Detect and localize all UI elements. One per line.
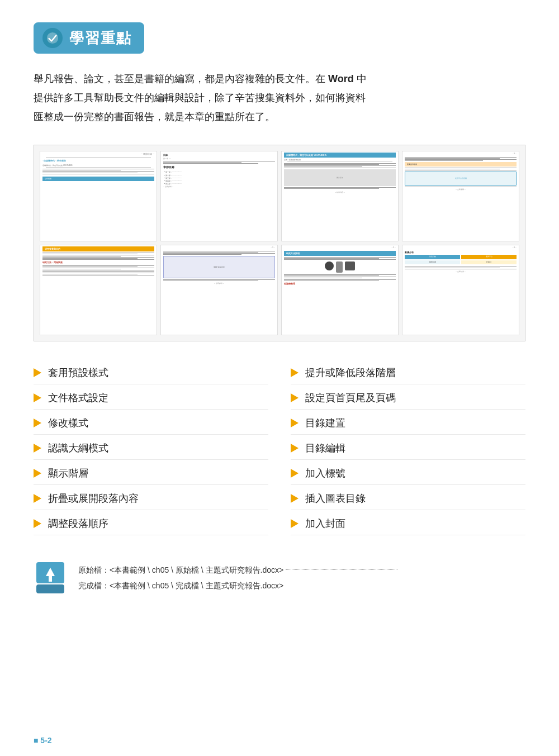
screenshots-grid: ─ 章節目錄 ─ "自媒體時代": 研究報告 這機體時代，我也可以走進 YOUT… [34, 145, 525, 341]
file-origin-ext: .docx> [260, 562, 284, 578]
bullet-label-4: 認識大綱模式 [48, 441, 108, 455]
page-number: ■ 5-2 [34, 736, 52, 745]
badge-title: 學習重點 [69, 28, 132, 48]
intro-text-3: 匯整成一份完整的書面報告，就是本章的重點所在了。 [34, 111, 275, 122]
bullet-item-right-6: 插入圖表目錄 [291, 487, 525, 510]
file-info-block: 原始檔：<本書範例 \ ch05 \ 原始檔 \ 主題式研究報告.docx> 完… [78, 562, 400, 593]
bullet-item-3: 修改樣式 [34, 412, 268, 435]
screenshot-8: ─ 9 ─ 數據分析 智慧分數 運算平台 教育位置 打算好 ─ 立即結束 ─ [402, 245, 519, 335]
file-done-ext: .docx> [260, 578, 284, 593]
svg-rect-2 [36, 584, 64, 593]
bullet-item-right-2: 設定頁首頁尾及頁碼 [291, 387, 525, 410]
file-origin-label: 原始檔：<本書範例 \ ch05 \ 原始檔 \ 主題式研究報告 [78, 562, 260, 578]
bullet-arrow-2 [34, 393, 41, 402]
bullet-arrow-1 [34, 368, 41, 377]
bullet-label-r1: 提升或降低段落階層 [305, 366, 396, 379]
bullet-item-1: 套用預設樣式 [34, 362, 268, 384]
bullet-label-1: 套用預設樣式 [48, 366, 108, 379]
screenshot-5: 研究背景與目的 研究方法：問卷調查 [40, 245, 157, 335]
intro-paragraph: 舉凡報告、論文，甚至是書籍的編寫，都是內容複雜的長文件。在 Word 中 提供許… [34, 69, 525, 127]
screenshot-7: ─ 9 ─ 研究方法說明 結論總整理 [281, 245, 399, 335]
bullet-label-2: 文件格式設定 [48, 391, 108, 405]
bullet-label-7: 調整段落順序 [48, 517, 108, 530]
bullet-arrow-r1 [291, 368, 299, 377]
bullet-arrow-r7 [291, 519, 299, 528]
check-icon [42, 28, 63, 48]
page-number-text: ■ 5-2 [34, 736, 52, 745]
file-download-icon [34, 562, 67, 596]
bullet-item-right-7: 加入封面 [291, 512, 525, 535]
screenshot-3: 自媒體時代，我也可以走進 YOUTUBER- 亞洲：黑幕縮影的社群 圖片區域 ─… [281, 151, 399, 241]
bullet-label-3: 修改樣式 [48, 416, 88, 430]
bullet-label-r7: 加入封面 [305, 517, 345, 530]
bullet-label-r3: 目錄建置 [305, 416, 345, 430]
bullet-arrow-6 [34, 494, 41, 503]
bullet-item-right-4: 目錄編輯 [291, 437, 525, 460]
dotted-line-1 [286, 569, 397, 570]
bullet-item-right-5: 加入標號 [291, 462, 525, 485]
bullet-item-7: 調整段落順序 [34, 512, 268, 535]
bullet-arrow-r4 [291, 444, 299, 453]
intro-text-1end: 中 [357, 73, 367, 84]
bullet-arrow-5 [34, 469, 41, 478]
bullet-item-6: 折疊或展開段落內容 [34, 487, 268, 510]
bullet-label-6: 折疊或展開段落內容 [48, 492, 139, 505]
file-done-label: 完成檔：<本書範例 \ ch05 \ 完成檔 \ 主題式研究報告 [78, 578, 260, 593]
bullet-item-right-1: 提升或降低段落階層 [291, 362, 525, 384]
bullet-label-r2: 設定頁首頁尾及頁碼 [305, 391, 396, 405]
bullet-label-5: 顯示階層 [48, 467, 88, 480]
bullet-item-2: 文件格式設定 [34, 387, 268, 410]
bullet-label-r5: 加入標號 [305, 467, 345, 480]
bullet-label-r6: 插入圖表目錄 [305, 492, 366, 505]
bullet-arrow-7 [34, 519, 41, 528]
bullet-arrow-r2 [291, 393, 299, 402]
file-section: 原始檔：<本書範例 \ ch05 \ 原始檔 \ 主題式研究報告.docx> 完… [34, 553, 525, 605]
bullet-arrow-3 [34, 419, 41, 427]
bullet-label-r4: 目錄編輯 [305, 441, 345, 455]
bullet-arrow-4 [34, 444, 41, 453]
bullet-item-4: 認識大綱模式 [34, 437, 268, 460]
header-badge: 學習重點 [34, 22, 144, 54]
intro-text-1: 舉凡報告、論文，甚至是書籍的編寫，都是內容複雜的長文件。在 [34, 73, 325, 84]
bullet-arrow-r6 [291, 494, 299, 503]
word-label: Word [328, 73, 354, 84]
bullet-item-right-3: 目錄建置 [291, 412, 525, 435]
bullet-list-section: 套用預設樣式 提升或降低段落階層 文件格式設定 設定頁首頁尾及頁碼 修改樣式 目… [34, 362, 525, 535]
bullet-item-5: 顯示階層 [34, 462, 268, 485]
screenshot-2: 目錄: 第一章 ····· 章節目錄 • 第一節：···············… [160, 151, 278, 241]
screenshot-1: ─ 章節目錄 ─ "自媒體時代": 研究報告 這機體時代，我也可以走進 YOUT… [40, 151, 157, 241]
screenshot-6: ─ 9 ─ 地圖 / 區域示意 ─ 立即參考 ─ [160, 245, 278, 335]
intro-text-2: 提供許多工具幫助長文件的編輯與設計，除了辛苦搜集資料外，如何將資料 [34, 92, 366, 103]
bullet-arrow-r5 [291, 469, 299, 478]
bullet-arrow-r3 [291, 419, 299, 427]
screenshot-4: ─ 9 ─ 重要提示區塊 社群平台示意圖 ─ 立即參閱 ─ [402, 151, 519, 241]
